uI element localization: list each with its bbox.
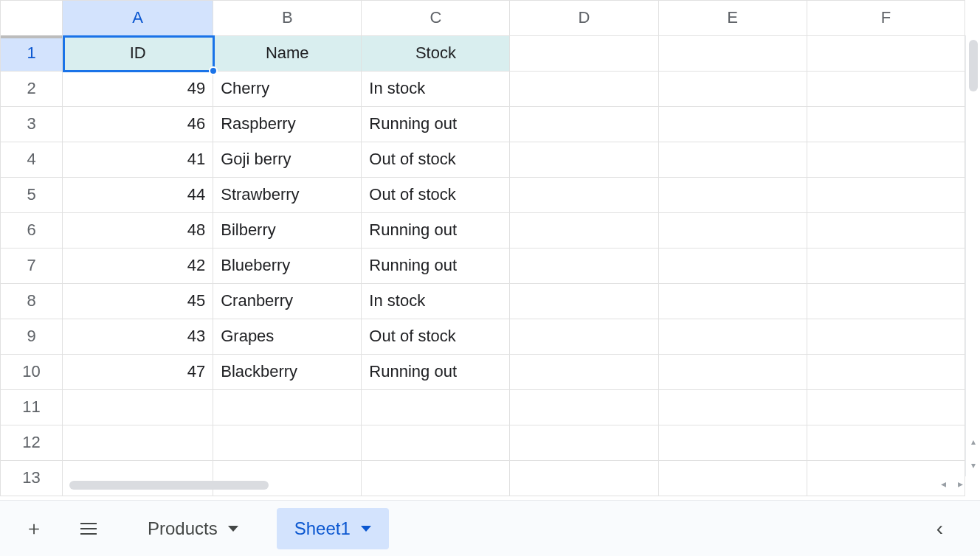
row-header-1[interactable]: 1 (1, 36, 63, 72)
scroll-up-icon[interactable]: ▴ (968, 437, 979, 447)
cell-D9[interactable] (510, 319, 658, 355)
row-header-2[interactable]: 2 (1, 72, 63, 107)
tab-products[interactable]: Products (130, 508, 256, 549)
cell-E2[interactable] (658, 72, 807, 107)
tab-sheet1[interactable]: Sheet1 (277, 508, 389, 549)
cell-B7[interactable]: Blueberry (213, 249, 362, 284)
cell-F12[interactable] (807, 425, 965, 461)
cell-B12[interactable] (213, 425, 362, 461)
cell-E1[interactable] (658, 36, 807, 72)
cell-E7[interactable] (658, 249, 807, 284)
cell-D11[interactable] (510, 390, 658, 425)
cell-E11[interactable] (658, 390, 807, 425)
cell-C1[interactable]: Stock (362, 36, 510, 72)
cell-F11[interactable] (807, 390, 965, 425)
horizontal-scroll-thumb[interactable] (69, 481, 269, 490)
row-header-11[interactable]: 11 (1, 390, 63, 425)
cell-D4[interactable] (510, 142, 658, 178)
row-header-6[interactable]: 6 (1, 213, 63, 249)
cell-E9[interactable] (658, 319, 807, 355)
cell-E10[interactable] (658, 355, 807, 390)
chevron-down-icon[interactable] (361, 526, 371, 532)
col-header-F[interactable]: F (807, 1, 965, 36)
cell-D7[interactable] (510, 249, 658, 284)
row-header-12[interactable]: 12 (1, 425, 63, 461)
cell-C9[interactable]: Out of stock (362, 319, 510, 355)
row-header-10[interactable]: 10 (1, 355, 63, 390)
cell-A9[interactable]: 43 (63, 319, 213, 355)
cell-D1[interactable] (510, 36, 658, 72)
col-header-E[interactable]: E (658, 1, 807, 36)
col-header-A[interactable]: A (63, 1, 213, 36)
cell-F6[interactable] (807, 213, 965, 249)
cell-B2[interactable]: Cherry (213, 72, 362, 107)
cell-F9[interactable] (807, 319, 965, 355)
cell-B6[interactable]: Bilberry (213, 213, 362, 249)
cell-A11[interactable] (63, 390, 213, 425)
cell-E6[interactable] (658, 213, 807, 249)
cell-B9[interactable]: Grapes (213, 319, 362, 355)
cell-C8[interactable]: In stock (362, 284, 510, 319)
cell-A3[interactable]: 46 (63, 107, 213, 142)
cell-B3[interactable]: Raspberry (213, 107, 362, 142)
cell-F10[interactable] (807, 355, 965, 390)
scroll-right-icon[interactable]: ▸ (953, 478, 968, 490)
cell-A7[interactable]: 42 (63, 249, 213, 284)
cell-E4[interactable] (658, 142, 807, 178)
row-header-4[interactable]: 4 (1, 142, 63, 178)
cell-E8[interactable] (658, 284, 807, 319)
select-all-corner[interactable] (1, 1, 63, 36)
cell-B4[interactable]: Goji berry (213, 142, 362, 178)
col-header-B[interactable]: B (213, 1, 362, 36)
cell-D10[interactable] (510, 355, 658, 390)
cell-B11[interactable] (213, 390, 362, 425)
cell-F5[interactable] (807, 178, 965, 213)
cell-A8[interactable]: 45 (63, 284, 213, 319)
cell-C7[interactable]: Running out (362, 249, 510, 284)
row-header-3[interactable]: 3 (1, 107, 63, 142)
all-sheets-button[interactable] (68, 508, 109, 549)
cell-F8[interactable] (807, 284, 965, 319)
cell-D12[interactable] (510, 425, 658, 461)
cell-E5[interactable] (658, 178, 807, 213)
cell-A12[interactable] (63, 425, 213, 461)
cell-A10[interactable]: 47 (63, 355, 213, 390)
col-header-D[interactable]: D (510, 1, 658, 36)
cell-D2[interactable] (510, 72, 658, 107)
explore-collapse-button[interactable]: ‹ (936, 517, 980, 541)
vertical-scrollbar[interactable]: ▴ ▾ (965, 35, 980, 476)
row-header-13[interactable]: 13 (1, 461, 63, 496)
horizontal-scroll-arrows[interactable]: ◂ ▸ (936, 478, 970, 493)
cell-B5[interactable]: Strawberry (213, 178, 362, 213)
cell-B1[interactable]: Name (213, 36, 362, 72)
cell-F2[interactable] (807, 72, 965, 107)
cell-F4[interactable] (807, 142, 965, 178)
cell-C12[interactable] (362, 425, 510, 461)
cell-C10[interactable]: Running out (362, 355, 510, 390)
cell-A4[interactable]: 41 (63, 142, 213, 178)
cell-C2[interactable]: In stock (362, 72, 510, 107)
cell-A5[interactable]: 44 (63, 178, 213, 213)
cell-C4[interactable]: Out of stock (362, 142, 510, 178)
cell-D5[interactable] (510, 178, 658, 213)
spreadsheet-grid[interactable]: A B C D E F 1 ID Name Stock 2 49 Cherry … (0, 0, 965, 477)
cell-B8[interactable]: Cranberry (213, 284, 362, 319)
cell-F3[interactable] (807, 107, 965, 142)
row-header-9[interactable]: 9 (1, 319, 63, 355)
add-sheet-button[interactable]: ＋ (13, 508, 55, 549)
row-header-8[interactable]: 8 (1, 284, 63, 319)
cell-C11[interactable] (362, 390, 510, 425)
horizontal-scrollbar[interactable] (65, 478, 950, 493)
cell-C6[interactable]: Running out (362, 213, 510, 249)
cell-C5[interactable]: Out of stock (362, 178, 510, 213)
cell-C3[interactable]: Running out (362, 107, 510, 142)
cell-B10[interactable]: Blackberry (213, 355, 362, 390)
chevron-down-icon[interactable] (228, 526, 238, 532)
cell-F1[interactable] (807, 36, 965, 72)
cell-A1[interactable]: ID (63, 36, 213, 72)
cell-F7[interactable] (807, 249, 965, 284)
cell-D6[interactable] (510, 213, 658, 249)
cell-D8[interactable] (510, 284, 658, 319)
row-header-7[interactable]: 7 (1, 249, 63, 284)
cell-E12[interactable] (658, 425, 807, 461)
